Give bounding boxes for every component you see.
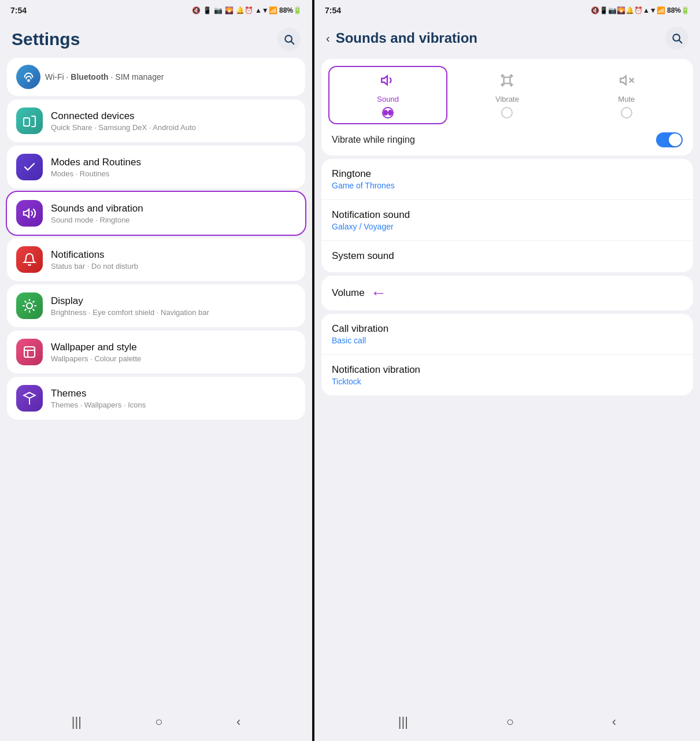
wallpaper-title: Wallpaper and style: [51, 342, 296, 353]
settings-header: Settings: [0, 18, 312, 58]
wallpaper-item[interactable]: Wallpaper and style Wallpapers · Colour …: [7, 331, 305, 373]
sound-radio: [382, 107, 394, 118]
right-back-btn[interactable]: ‹: [612, 714, 616, 729]
notifications-text: Notifications Status bar · Do not distur…: [51, 249, 296, 271]
svg-line-17: [679, 40, 682, 43]
left-status-icons: 🔇 📱 📷 🌄 🔔⏰ ▲▼📶 88%🔋: [192, 6, 302, 14]
right-time: 7:54: [325, 6, 341, 15]
wallpaper-subtitle: Wallpapers · Colour palette: [51, 354, 296, 363]
left-home-btn[interactable]: ○: [155, 714, 162, 729]
left-panel: 7:54 🔇 📱 📷 🌄 🔔⏰ ▲▼📶 88%🔋 Settings: [0, 0, 312, 741]
sounds-vibration-item[interactable]: Sounds and vibration Sound mode · Ringto…: [7, 192, 305, 235]
modes-routines-item[interactable]: Modes and Routines Modes · Routines: [7, 146, 305, 188]
connected-devices-icon: [16, 108, 43, 134]
sounds-settings-card: Ringtone Game of Thrones Notification so…: [321, 159, 693, 272]
svg-marker-18: [382, 76, 387, 84]
wallpaper-icon: [16, 339, 43, 365]
modes-routines-card: Modes and Routines Modes · Routines: [7, 146, 305, 188]
notification-sound-item[interactable]: Notification sound Galaxy / Voyager: [321, 200, 693, 241]
sounds-vibration-text: Sounds and vibration Sound mode · Ringto…: [51, 203, 296, 224]
wallpaper-card: Wallpaper and style Wallpapers · Colour …: [7, 331, 305, 373]
notification-sound-value: Galaxy / Voyager: [332, 222, 683, 231]
notifications-item[interactable]: Notifications Status bar · Do not distur…: [7, 238, 305, 281]
left-instagram-icon: 📷: [214, 6, 223, 14]
svg-marker-20: [620, 76, 626, 84]
connections-strip[interactable]: Wi-Fi · Bluetooth · SIM manager: [7, 58, 305, 96]
mute-icon: [619, 73, 634, 91]
vibrate-radio: [501, 107, 513, 118]
left-back-btn[interactable]: ‹: [236, 714, 240, 729]
mute-option-label: Mute: [618, 95, 635, 103]
vibrate-while-ringing-toggle[interactable]: [656, 132, 683, 147]
settings-list: Wi-Fi · Bluetooth · SIM manager Connecte…: [0, 58, 312, 705]
themes-subtitle: Themes · Wallpapers · Icons: [51, 401, 296, 409]
call-vibration-item[interactable]: Call vibration Basic call: [321, 314, 693, 355]
right-home-btn[interactable]: ○: [506, 714, 514, 729]
left-status-icon: 🔇: [192, 6, 201, 14]
sound-option-mute[interactable]: Mute: [568, 67, 685, 123]
system-sound-item[interactable]: System sound: [321, 241, 693, 272]
right-page-title: Sounds and vibration: [336, 30, 477, 46]
notifications-card: Notifications Status bar · Do not distur…: [7, 238, 305, 281]
left-camera-icon: 🌄: [225, 6, 234, 14]
display-item[interactable]: Display Brightness · Eye comfort shield …: [7, 284, 305, 327]
connected-devices-card: Connected devices Quick Share · Samsung …: [7, 99, 305, 142]
notification-vibration-value: Ticktock: [332, 377, 683, 386]
vibration-settings-card: Call vibration Basic call Notification v…: [321, 314, 693, 395]
display-text: Display Brightness · Eye comfort shield …: [51, 295, 296, 317]
left-menu-btn[interactable]: |||: [72, 714, 82, 729]
left-battery-icon: 🔔⏰ ▲▼📶 88%🔋: [236, 6, 302, 14]
settings-search-button[interactable]: [277, 28, 301, 51]
sound-option-vibrate[interactable]: Vibrate: [449, 67, 565, 123]
right-panel: 7:54 🔇📱📷🌄🔔⏰▲▼📶 88%🔋 ‹ Sounds and vibrati…: [314, 0, 700, 741]
right-status-icons: 🔇📱📷🌄🔔⏰▲▼📶 88%🔋: [591, 6, 690, 14]
sounds-vibration-card: Sounds and vibration Sound mode · Ringto…: [7, 192, 305, 235]
ringtone-item[interactable]: Ringtone Game of Thrones: [321, 159, 693, 200]
sound-option-sound[interactable]: Sound: [329, 67, 446, 123]
modes-routines-title: Modes and Routines: [51, 157, 296, 168]
svg-line-8: [25, 301, 25, 302]
modes-routines-subtitle: Modes · Routines: [51, 169, 296, 178]
right-header: ‹ Sounds and vibration: [314, 18, 700, 55]
vibrate-while-ringing-label: Vibrate while ringing: [332, 135, 415, 145]
settings-title: Settings: [12, 29, 80, 49]
display-title: Display: [51, 295, 296, 307]
svg-point-5: [27, 303, 32, 309]
connected-devices-item[interactable]: Connected devices Quick Share · Samsung …: [7, 99, 305, 142]
notification-vibration-item[interactable]: Notification vibration Ticktock: [321, 355, 693, 395]
notification-sound-title: Notification sound: [332, 209, 683, 221]
volume-card: Volume ←: [321, 276, 693, 310]
themes-item[interactable]: Themes Themes · Wallpapers · Icons: [7, 377, 305, 420]
svg-line-1: [291, 42, 294, 45]
svg-line-9: [33, 309, 34, 310]
back-button[interactable]: ‹: [326, 32, 330, 45]
sound-options: Sound Vibrate: [329, 67, 685, 123]
svg-rect-19: [504, 77, 510, 84]
sound-option-label: Sound: [377, 95, 399, 103]
display-icon: [16, 292, 43, 319]
connected-devices-title: Connected devices: [51, 110, 296, 122]
modes-routines-icon: [16, 154, 43, 180]
vibrate-while-ringing-row: Vibrate while ringing: [329, 130, 685, 147]
right-settings-list: Ringtone Game of Thrones Notification so…: [314, 159, 700, 705]
notification-vibration-title: Notification vibration: [332, 364, 683, 376]
svg-line-13: [33, 301, 34, 302]
svg-line-12: [25, 309, 25, 310]
system-sound-title: System sound: [332, 250, 683, 262]
volume-item[interactable]: Volume ←: [321, 276, 693, 310]
themes-icon: [16, 385, 43, 412]
themes-text: Themes Themes · Wallpapers · Icons: [51, 388, 296, 409]
connections-icon: [16, 65, 40, 89]
right-menu-btn[interactable]: |||: [398, 714, 408, 729]
connected-devices-subtitle: Quick Share · Samsung DeX · Android Auto: [51, 123, 296, 132]
sounds-vibration-subtitle: Sound mode · Ringtone: [51, 216, 296, 224]
sounds-vibration-icon: [16, 200, 43, 227]
themes-title: Themes: [51, 388, 296, 399]
notifications-icon: [16, 246, 43, 273]
notifications-title: Notifications: [51, 249, 296, 261]
vibrate-icon: [499, 73, 514, 91]
left-bottom-nav: ||| ○ ‹: [0, 705, 312, 741]
right-search-button[interactable]: [665, 27, 688, 50]
right-bottom-nav: ||| ○ ‹: [314, 705, 700, 741]
connected-devices-text: Connected devices Quick Share · Samsung …: [51, 110, 296, 132]
